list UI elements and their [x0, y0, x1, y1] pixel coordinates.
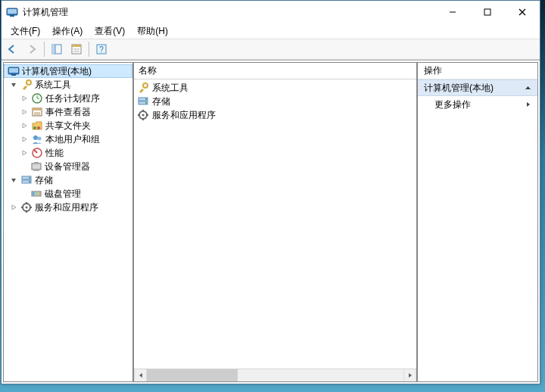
list-pane: 名称 系统工具 存储 服务和应用程序 — [133, 62, 417, 382]
computer-mgmt-icon — [8, 65, 20, 77]
tree-node-sys-tools[interactable]: 系统工具 — [4, 78, 132, 92]
chevron-right-icon[interactable] — [20, 135, 29, 144]
tree-node-root[interactable]: 计算机管理(本地) — [4, 64, 132, 78]
chevron-right-icon[interactable] — [20, 121, 29, 130]
maximize-button[interactable] — [470, 1, 505, 23]
svg-point-56 — [142, 114, 145, 117]
tools-icon — [20, 79, 33, 91]
nav-forward-button[interactable] — [23, 40, 41, 58]
tree-node-label: 服务和应用程序 — [35, 201, 98, 214]
minimize-button[interactable] — [435, 1, 470, 23]
tree-node-performance[interactable]: 性能 — [4, 146, 132, 160]
shared-folder-icon — [31, 120, 43, 132]
actions-context-header[interactable]: 计算机管理(本地) — [418, 79, 537, 96]
nav-tree[interactable]: 计算机管理(本地) 系统工具 任务计划程序 — [4, 63, 132, 381]
svg-text:?: ? — [99, 45, 104, 54]
list-header[interactable]: 名称 — [134, 63, 416, 79]
tree-node-label: 事件查看器 — [45, 106, 91, 119]
menubar: 文件(F) 操作(A) 查看(V) 帮助(H) — [2, 23, 540, 39]
body: 计算机管理(本地) 系统工具 任务计划程序 — [2, 60, 540, 384]
svg-rect-11 — [72, 45, 81, 47]
tree-pane: 计算机管理(本地) 系统工具 任务计划程序 — [3, 62, 133, 382]
svg-point-38 — [29, 177, 30, 179]
chevron-right-icon[interactable] — [20, 94, 29, 103]
window: 计算机管理 文件(F) 操作(A) 查看(V) 帮助(H) ? 计算机管理(本地… — [1, 0, 540, 384]
list-item-label: 存储 — [152, 95, 170, 108]
actions-context-label: 计算机管理(本地) — [424, 82, 494, 95]
users-icon — [31, 133, 43, 145]
tree-node-local-users[interactable]: 本地用户和组 — [4, 132, 132, 146]
tree-node-label: 存储 — [35, 174, 53, 187]
menu-view[interactable]: 查看(V) — [89, 23, 131, 39]
horizontal-scrollbar[interactable] — [134, 369, 416, 381]
event-viewer-icon — [31, 106, 43, 118]
svg-rect-42 — [36, 192, 38, 195]
svg-rect-4 — [484, 9, 490, 15]
svg-point-45 — [26, 207, 28, 209]
tree-node-storage[interactable]: 存储 — [4, 173, 132, 187]
list-item-label: 服务和应用程序 — [152, 109, 216, 122]
menu-help[interactable]: 帮助(H) — [131, 23, 174, 39]
tree-node-label: 本地用户和组 — [45, 133, 100, 146]
list-item[interactable]: 存储 — [137, 95, 413, 108]
svg-rect-8 — [52, 45, 55, 54]
scroll-thumb[interactable] — [147, 369, 238, 381]
svg-point-28 — [37, 126, 40, 129]
svg-point-53 — [145, 98, 147, 100]
svg-point-39 — [29, 181, 30, 182]
tree-node-label: 磁盘管理 — [45, 188, 81, 201]
tree-node-label: 性能 — [45, 147, 64, 160]
list-item-label: 系统工具 — [152, 82, 188, 95]
clock-icon — [31, 92, 43, 104]
menu-file[interactable]: 文件(F) — [5, 23, 46, 39]
list-body[interactable]: 系统工具 存储 服务和应用程序 — [134, 79, 416, 369]
chevron-right-icon[interactable] — [20, 148, 29, 157]
tree-node-disk-management[interactable]: 磁盘管理 — [4, 187, 132, 201]
svg-point-19 — [26, 80, 31, 85]
actions-pane-header: 操作 — [418, 63, 537, 79]
performance-icon — [31, 147, 43, 159]
svg-point-30 — [38, 137, 42, 141]
chevron-right-icon[interactable] — [9, 203, 18, 212]
svg-point-54 — [145, 102, 147, 104]
chevron-down-icon[interactable] — [9, 80, 18, 89]
menu-action[interactable]: 操作(A) — [46, 23, 89, 39]
help-button[interactable]: ? — [92, 40, 111, 58]
device-manager-icon — [30, 160, 42, 173]
disk-mgmt-icon — [30, 188, 42, 200]
list-item[interactable]: 服务和应用程序 — [137, 108, 413, 122]
chevron-right-icon[interactable] — [20, 107, 29, 117]
svg-rect-34 — [34, 162, 39, 163]
actions-pane: 操作 计算机管理(本地) 更多操作 — [417, 62, 538, 382]
svg-point-27 — [33, 126, 36, 129]
storage-icon — [137, 95, 149, 107]
svg-rect-24 — [33, 108, 42, 110]
storage-icon — [20, 174, 33, 186]
scroll-track[interactable] — [238, 369, 403, 381]
tree-node-shared-folders[interactable]: 共享文件夹 — [4, 119, 132, 132]
svg-rect-18 — [11, 74, 16, 76]
chevron-up-icon — [525, 85, 531, 92]
tree-node-services-apps[interactable]: 服务和应用程序 — [4, 201, 132, 214]
properties-button[interactable] — [67, 40, 86, 58]
action-more-label: 更多操作 — [434, 98, 471, 111]
list-item[interactable]: 系统工具 — [137, 81, 413, 95]
svg-rect-43 — [39, 192, 40, 195]
show-hide-tree-button[interactable] — [48, 40, 66, 58]
chevron-down-icon[interactable] — [9, 176, 18, 185]
tools-icon — [137, 82, 149, 94]
action-more[interactable]: 更多操作 — [418, 96, 537, 113]
tree-node-event-viewer[interactable]: 事件查看器 — [4, 105, 132, 119]
svg-point-50 — [143, 83, 148, 88]
tree-node-label: 设备管理器 — [45, 160, 90, 173]
scroll-left-button[interactable] — [134, 369, 147, 381]
app-icon — [6, 6, 18, 18]
tree-node-task-scheduler[interactable]: 任务计划程序 — [4, 92, 132, 105]
scroll-right-button[interactable] — [403, 369, 416, 381]
tree-node-label: 计算机管理(本地) — [22, 65, 92, 78]
nav-back-button[interactable] — [3, 40, 21, 58]
column-header-name[interactable]: 名称 — [139, 64, 157, 77]
close-button[interactable] — [505, 1, 540, 23]
svg-rect-1 — [8, 9, 17, 14]
tree-node-device-manager[interactable]: 设备管理器 — [4, 160, 132, 173]
